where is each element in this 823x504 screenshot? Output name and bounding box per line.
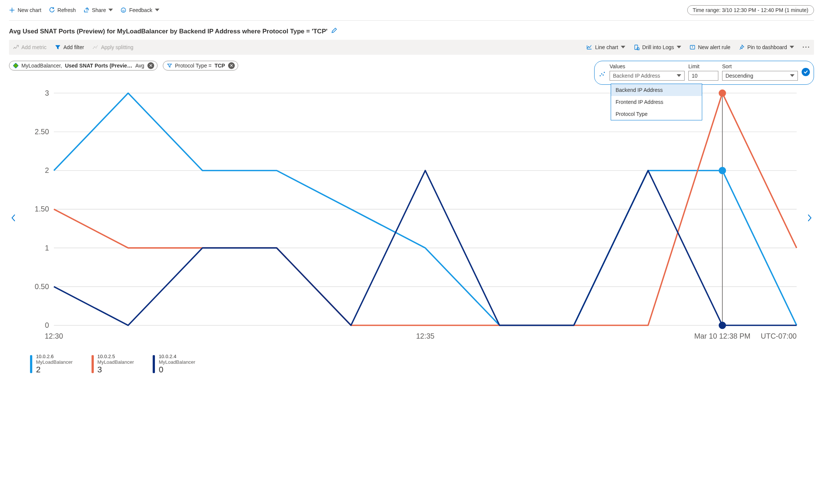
svg-text:UTC-07:00: UTC-07:00 [761, 332, 797, 340]
values-label: Values [610, 63, 685, 69]
legend-color-bar [153, 355, 155, 373]
legend-current-value: 0 [159, 365, 195, 375]
legend-color-bar [30, 355, 32, 373]
filter-icon [55, 44, 61, 50]
refresh-button[interactable]: Refresh [49, 7, 76, 13]
sort-select[interactable]: Descending [722, 71, 798, 81]
svg-text:3: 3 [45, 89, 49, 97]
legend-current-value: 3 [98, 365, 134, 375]
chevron-down-icon [790, 74, 794, 77]
previous-timerange-button[interactable] [9, 214, 18, 223]
filter-label: Protocol Type = [175, 63, 212, 69]
legend-color-bar [92, 355, 94, 373]
new-chart-button[interactable]: New chart [9, 7, 41, 13]
share-label: Share [92, 7, 106, 13]
chevron-down-icon [790, 46, 794, 49]
metric-name: Used SNAT Ports (Previe… [65, 63, 132, 69]
add-filter-label: Add filter [63, 44, 84, 50]
scatter-icon [599, 70, 606, 78]
funnel-icon [167, 63, 172, 68]
new-alert-button[interactable]: New alert rule [689, 44, 730, 50]
feedback-label: Feedback [129, 7, 152, 13]
legend-resource: MyLoadBalancer [159, 359, 195, 365]
values-selected: Backend IP Address [613, 73, 660, 79]
values-option[interactable]: Backend IP Address [611, 84, 702, 96]
confirm-split-button[interactable] [802, 68, 810, 76]
add-metric-label: Add metric [21, 44, 47, 50]
legend-series-name: 10.0.2.6 [36, 354, 73, 359]
sort-value: Descending [725, 73, 753, 79]
pin-dashboard-button[interactable]: Pin to dashboard [739, 44, 794, 50]
svg-point-8 [601, 74, 602, 75]
resource-icon [13, 63, 18, 68]
metric-pill[interactable]: MyLoadBalancer, Used SNAT Ports (Previe…… [9, 61, 158, 70]
time-range-label: Time range: 3/10 12:30 PM - 12:40 PM (1 … [693, 7, 808, 13]
metric-agg: Avg [135, 63, 144, 69]
edit-icon[interactable] [331, 27, 337, 35]
logs-icon [634, 44, 640, 50]
pin-dashboard-label: Pin to dashboard [747, 44, 787, 50]
svg-point-7 [600, 75, 601, 76]
chevron-down-icon [155, 9, 159, 12]
values-select[interactable]: Backend IP Address [610, 71, 685, 81]
alert-icon [689, 44, 695, 50]
svg-text:Mar 10 12:38 PM: Mar 10 12:38 PM [694, 332, 751, 340]
values-option[interactable]: Protocol Type [611, 108, 702, 120]
apply-splitting-label: Apply splitting [101, 44, 133, 50]
legend-item[interactable]: 10.0.2.5MyLoadBalancer3 [92, 354, 134, 375]
line-chart[interactable]: 00.5011.5022.50312:3012:35Mar 10 12:38 P… [20, 87, 803, 350]
svg-point-0 [121, 8, 126, 12]
share-button[interactable]: Share [83, 7, 113, 13]
drill-logs-label: Drill into Logs [642, 44, 674, 50]
time-range-pill[interactable]: Time range: 3/10 12:30 PM - 12:40 PM (1 … [687, 5, 814, 15]
more-menu-button[interactable]: ··· [802, 44, 810, 51]
chart-type-button[interactable]: Line chart [586, 44, 625, 50]
chevron-down-icon [677, 46, 681, 49]
split-config-group: Values Backend IP Address Limit 10 Sort … [594, 61, 814, 85]
feedback-button[interactable]: Feedback [120, 7, 159, 13]
legend-series-name: 10.0.2.5 [98, 354, 134, 359]
svg-point-1 [123, 9, 123, 10]
legend-resource: MyLoadBalancer [36, 359, 73, 365]
new-chart-label: New chart [18, 7, 41, 13]
remove-filter-button[interactable]: ✕ [228, 62, 235, 69]
add-metric-button[interactable]: Add metric [13, 44, 47, 50]
svg-point-9 [603, 75, 604, 76]
new-alert-label: New alert rule [698, 44, 730, 50]
limit-value: 10 [692, 73, 698, 79]
values-dropdown: Backend IP Address Frontend IP Address P… [611, 84, 702, 120]
svg-text:0: 0 [45, 321, 49, 329]
values-option[interactable]: Frontend IP Address [611, 96, 702, 108]
add-filter-button[interactable]: Add filter [55, 44, 84, 50]
refresh-icon [49, 7, 55, 13]
sort-label: Sort [722, 63, 798, 69]
limit-label: Limit [688, 63, 718, 69]
legend-item[interactable]: 10.0.2.6MyLoadBalancer2 [30, 354, 73, 375]
svg-point-10 [604, 72, 605, 73]
svg-point-30 [719, 167, 726, 174]
chart-type-label: Line chart [595, 44, 618, 50]
remove-metric-button[interactable]: ✕ [147, 62, 154, 69]
svg-text:1.50: 1.50 [35, 205, 49, 213]
legend-item[interactable]: 10.0.2.4MyLoadBalancer0 [153, 354, 195, 375]
svg-rect-3 [635, 45, 638, 50]
svg-point-31 [719, 90, 726, 97]
apply-splitting-button[interactable]: Apply splitting [92, 44, 133, 50]
svg-text:12:30: 12:30 [45, 332, 63, 340]
filter-pill[interactable]: Protocol Type = TCP ✕ [163, 61, 238, 70]
line-chart-icon [586, 44, 592, 50]
drill-logs-button[interactable]: Drill into Logs [634, 44, 681, 50]
next-timerange-button[interactable] [805, 214, 814, 223]
svg-text:2: 2 [45, 166, 49, 174]
legend-resource: MyLoadBalancer [98, 359, 134, 365]
filter-value: TCP [215, 63, 225, 69]
add-metric-icon [13, 44, 19, 50]
svg-point-32 [719, 322, 726, 329]
svg-text:2.50: 2.50 [35, 128, 49, 136]
refresh-label: Refresh [57, 7, 76, 13]
limit-input[interactable]: 10 [688, 71, 718, 81]
svg-rect-6 [13, 63, 18, 68]
split-icon [92, 44, 98, 50]
legend-current-value: 2 [36, 365, 73, 375]
svg-point-2 [124, 9, 125, 10]
